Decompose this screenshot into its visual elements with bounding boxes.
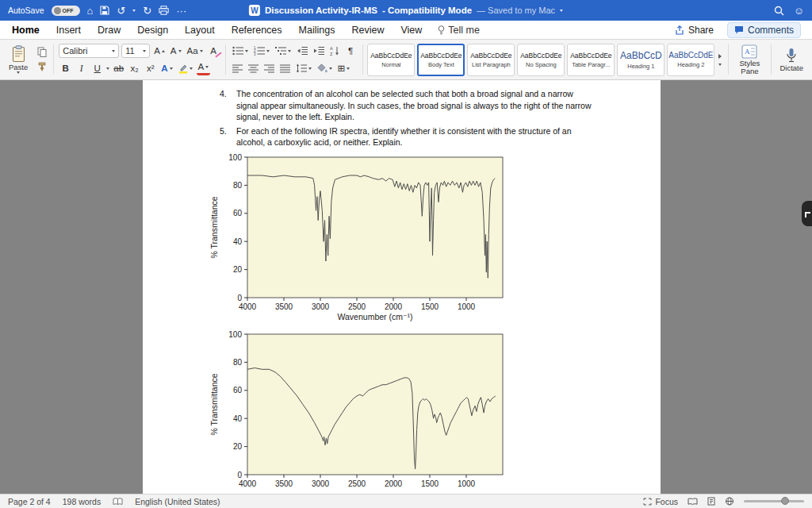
- web-layout-button[interactable]: [725, 497, 734, 506]
- home-icon[interactable]: ⌂: [87, 6, 94, 16]
- subscript-button[interactable]: x₂: [128, 61, 141, 75]
- autosave-toggle[interactable]: OFF: [52, 6, 80, 16]
- print-layout-button[interactable]: [707, 497, 715, 506]
- autosave-state: OFF: [63, 8, 74, 13]
- increase-indent-button[interactable]: [312, 44, 326, 58]
- svg-text:1000: 1000: [458, 302, 476, 311]
- shrink-font-button[interactable]: A: [169, 44, 183, 58]
- copy-icon: [37, 47, 47, 57]
- tab-view[interactable]: View: [400, 22, 423, 38]
- bold-button[interactable]: B: [59, 61, 72, 75]
- undo-icon[interactable]: ↺: [117, 6, 125, 16]
- text-effects-button[interactable]: A: [159, 61, 174, 75]
- page-count[interactable]: Page 2 of 4: [8, 497, 51, 506]
- borders-button[interactable]: ⊞: [336, 61, 352, 75]
- change-case-button[interactable]: Aa: [186, 44, 205, 58]
- svg-text:4000: 4000: [239, 302, 257, 311]
- feedback-smiley-icon[interactable]: ☺: [794, 6, 804, 16]
- tab-design[interactable]: Design: [136, 22, 169, 38]
- save-icon[interactable]: [100, 6, 109, 15]
- gallery-scroll-right-icon[interactable]: [718, 54, 722, 59]
- font-color-label: A: [198, 63, 205, 72]
- shading-button[interactable]: [316, 61, 334, 75]
- more-commands-icon[interactable]: ···: [176, 6, 186, 16]
- style-heading-2[interactable]: AaBbCcDdE Heading 2: [667, 44, 714, 76]
- zoom-slider[interactable]: [744, 500, 804, 502]
- bullets-button[interactable]: [231, 44, 250, 58]
- strikethrough-button[interactable]: ab: [112, 61, 125, 75]
- gallery-expand-icon[interactable]: [718, 64, 722, 66]
- style-preview: AaBbCcDdE: [668, 51, 713, 60]
- borders-grid-icon: ⊞: [338, 63, 346, 74]
- paste-dropdown-icon: [17, 71, 20, 74]
- multilevel-list-button[interactable]: [274, 44, 293, 58]
- format-painter-button[interactable]: [36, 61, 48, 73]
- sort-button[interactable]: AZ: [328, 44, 342, 58]
- tab-tell-me[interactable]: Tell me: [438, 25, 480, 36]
- style-body-text[interactable]: AaBbCcDdEe Body Text: [417, 44, 465, 76]
- language-selector[interactable]: English (United States): [135, 497, 220, 506]
- line-spacing-button[interactable]: [294, 61, 313, 75]
- tab-references[interactable]: References: [231, 22, 283, 38]
- style-preview: AaBbCcDdEe: [570, 52, 611, 60]
- word-count[interactable]: 198 words: [63, 497, 101, 506]
- tab-mailings[interactable]: Mailings: [298, 22, 336, 38]
- style-no-spacing[interactable]: AaBbCcDdEe No Spacing: [517, 44, 565, 76]
- highlight-color-button[interactable]: [177, 61, 194, 75]
- saved-status[interactable]: — Saved to my Mac: [477, 6, 555, 15]
- undo-dropdown-icon[interactable]: [132, 10, 136, 12]
- align-left-button[interactable]: [231, 61, 244, 75]
- share-label: Share: [688, 25, 714, 36]
- paste-label: Paste: [9, 64, 28, 71]
- superscript-button[interactable]: x²: [144, 61, 157, 75]
- proofing-status[interactable]: [113, 498, 123, 506]
- zoom-slider-knob[interactable]: [781, 497, 789, 505]
- outdent-icon: [297, 46, 308, 56]
- focus-mode-button[interactable]: Focus: [643, 497, 678, 506]
- share-button[interactable]: Share: [669, 23, 719, 37]
- clear-formatting-button[interactable]: A: [207, 44, 220, 58]
- document-page[interactable]: 4. The concentration of an alcohol can b…: [143, 80, 661, 494]
- justify-button[interactable]: [278, 61, 292, 75]
- read-mode-button[interactable]: [688, 498, 698, 506]
- style-list-paragraph[interactable]: AaBbCcDdEe List Paragraph: [467, 44, 515, 76]
- chevron-down-icon: [190, 67, 193, 70]
- tab-layout[interactable]: Layout: [184, 22, 216, 38]
- tab-draw[interactable]: Draw: [97, 22, 121, 38]
- decrease-indent-button[interactable]: [295, 44, 309, 58]
- word-app-icon: W: [249, 5, 260, 16]
- tab-review[interactable]: Review: [350, 22, 385, 38]
- style-preview: AaBbCcDdEe: [470, 52, 511, 60]
- grow-font-button[interactable]: A: [152, 44, 167, 58]
- font-color-button[interactable]: A: [197, 61, 211, 75]
- tab-insert[interactable]: Insert: [56, 22, 82, 38]
- redo-icon[interactable]: ↻: [143, 6, 151, 16]
- style-table-paragraph[interactable]: AaBbCcDdEe Table Paragr...: [567, 44, 615, 76]
- dictate-button[interactable]: Dictate: [776, 47, 807, 73]
- show-paragraph-marks-button[interactable]: ¶: [344, 44, 358, 58]
- chevron-down-icon: [347, 67, 350, 70]
- tab-home[interactable]: Home: [11, 22, 40, 38]
- styles-pane-button[interactable]: A Styles Pane: [733, 44, 765, 76]
- style-heading-1[interactable]: AaBbCcD Heading 1: [617, 44, 665, 76]
- paste-button[interactable]: Paste: [5, 44, 32, 75]
- font-name-select[interactable]: Calibri: [59, 44, 119, 58]
- underline-dropdown-icon[interactable]: [106, 67, 109, 70]
- document-title: Discussion Activity-IR-MS: [265, 6, 377, 15]
- title-bar: AutoSave OFF ⌂ ↺ ↻ ··· W Discussion Acti…: [0, 0, 812, 21]
- align-center-button[interactable]: [247, 61, 260, 75]
- chevron-down-icon: [288, 50, 291, 52]
- underline-button[interactable]: U: [90, 61, 104, 75]
- autosave-label: AutoSave: [8, 6, 44, 15]
- saved-status-chevron-icon[interactable]: [560, 10, 563, 12]
- numbering-button[interactable]: 123: [252, 44, 271, 58]
- comments-button[interactable]: Comments: [727, 22, 801, 38]
- copy-button[interactable]: [36, 46, 48, 58]
- style-normal[interactable]: AaBbCcDdEe Normal: [367, 44, 415, 76]
- search-icon[interactable]: [774, 6, 784, 16]
- italic-button[interactable]: I: [75, 61, 88, 75]
- print-icon[interactable]: [159, 6, 169, 15]
- align-right-button[interactable]: [262, 61, 276, 75]
- collapse-panel-handle[interactable]: [802, 201, 812, 226]
- font-size-select[interactable]: 11: [121, 44, 150, 58]
